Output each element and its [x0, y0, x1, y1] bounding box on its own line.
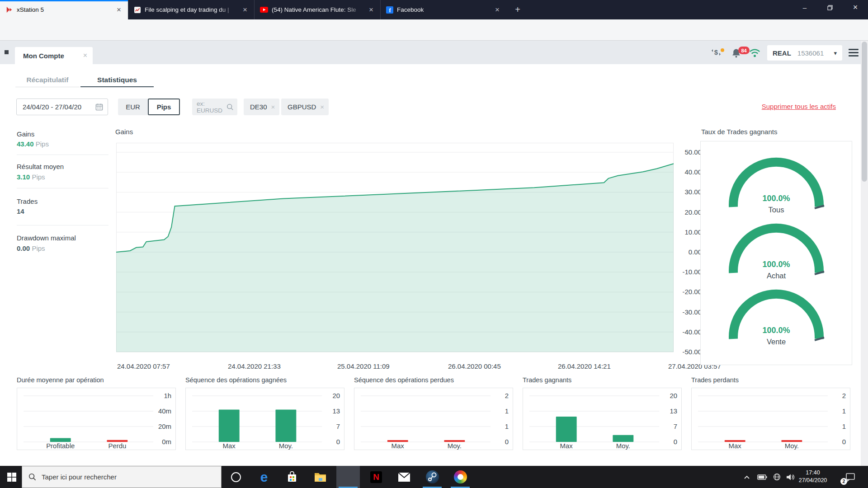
- tab-statistiques[interactable]: Statistiques: [80, 75, 154, 87]
- svg-text:-30.00: -30.00: [682, 308, 702, 316]
- svg-text:20: 20: [332, 392, 340, 399]
- window-close-button[interactable]: ×: [843, 0, 868, 15]
- toggle-pips[interactable]: Pips: [148, 99, 180, 115]
- tab-close-icon[interactable]: ×: [367, 5, 376, 14]
- steam-button[interactable]: [420, 466, 444, 488]
- chip-label: GBPUSD: [288, 103, 316, 111]
- svg-text:40.00: 40.00: [684, 168, 702, 176]
- steam-icon: [426, 470, 439, 483]
- browser-tab-youtube[interactable]: (54) Native American Flute: Sle ×: [254, 0, 380, 19]
- network-tray-icon[interactable]: [770, 466, 783, 488]
- gauge-tous: 100.0% Tous: [701, 154, 852, 220]
- xstation-favicon: [5, 6, 13, 14]
- scrollbar-thumb[interactable]: [862, 42, 867, 182]
- summary-value: 3.10 Pips: [17, 173, 45, 181]
- svg-text:24.04.2020 21:33: 24.04.2020 21:33: [228, 362, 281, 370]
- chart-favicon: [134, 6, 141, 14]
- chip-de30[interactable]: DE30×: [244, 99, 279, 115]
- tray-expand-button[interactable]: [741, 466, 753, 488]
- paint-button[interactable]: [448, 466, 472, 488]
- gains-chart-title: Gains: [115, 128, 133, 136]
- svg-text:Max: Max: [392, 442, 405, 450]
- edge-button[interactable]: e: [252, 466, 276, 488]
- cortana-button[interactable]: [224, 466, 248, 488]
- svg-text:13: 13: [332, 407, 340, 415]
- browser-tab-facebook[interactable]: f Facebook ×: [380, 0, 506, 19]
- svg-text:7: 7: [336, 422, 340, 430]
- store-button[interactable]: [280, 466, 304, 488]
- statistics-page: Récapitulatif Statistiques 24/04/20 - 27…: [0, 64, 868, 466]
- taskbar-search-placeholder: Taper ici pour rechercher: [42, 473, 117, 481]
- date-range-picker[interactable]: 24/04/20 - 27/04/20: [16, 99, 108, 115]
- connection-wifi-icon: [749, 47, 761, 60]
- chip-label: DE30: [250, 103, 267, 111]
- symbol-search-input[interactable]: ex: EURUSD: [192, 99, 237, 115]
- toggle-eur[interactable]: EUR: [118, 99, 148, 115]
- taskbar-clock[interactable]: 17:40 27/04/2020: [797, 469, 829, 484]
- svg-text:Profitable: Profitable: [46, 442, 75, 450]
- tab-drag-square: [5, 50, 9, 54]
- tab-close-icon[interactable]: ×: [114, 5, 123, 14]
- gauge-vente: 100.0% Vente: [701, 286, 852, 352]
- tab-close-icon[interactable]: ×: [241, 5, 250, 14]
- svg-text:-10.00: -10.00: [682, 268, 702, 276]
- new-tab-button[interactable]: +: [511, 4, 524, 16]
- clock-date: 27/04/2020: [797, 477, 829, 484]
- svg-text:Max: Max: [560, 442, 573, 450]
- mini-chart-plot: 201370MaxMoy.: [185, 388, 344, 450]
- winrate-gauges-card: 100.0% Tous 100.0% Achat 100.0% Vente: [700, 141, 852, 365]
- svg-text:20: 20: [670, 392, 677, 399]
- svg-text:Moy.: Moy.: [785, 442, 799, 450]
- firefox-button[interactable]: [336, 466, 360, 488]
- svg-text:Moy.: Moy.: [448, 442, 462, 450]
- battery-tray-icon[interactable]: [756, 466, 769, 488]
- cortana-icon: [231, 472, 241, 482]
- svg-text:Moy.: Moy.: [616, 442, 630, 450]
- action-center-button[interactable]: [843, 466, 858, 488]
- start-button[interactable]: [0, 466, 24, 488]
- svg-text:1: 1: [505, 422, 509, 430]
- tab-recapitulatif[interactable]: Récapitulatif: [15, 75, 80, 87]
- clock-time: 17:40: [797, 469, 829, 477]
- file-explorer-button[interactable]: [308, 466, 332, 488]
- netflix-button[interactable]: N: [364, 466, 388, 488]
- window-restore-button[interactable]: [817, 0, 843, 15]
- app-tab-mon-compte[interactable]: Mon Compte ×: [15, 47, 93, 64]
- window-minimize-button[interactable]: –: [792, 0, 817, 15]
- summary-label: Trades: [17, 197, 38, 205]
- svg-text:Max: Max: [223, 442, 236, 450]
- page-scrollbar[interactable]: [861, 41, 868, 466]
- windows-logo-icon: [7, 472, 17, 482]
- windows-taskbar: Taper ici pour rechercher e N: [0, 466, 868, 488]
- app-tab-close-icon[interactable]: ×: [83, 52, 87, 60]
- svg-text:26.04.2020 14:21: 26.04.2020 14:21: [558, 362, 611, 370]
- app-menu-icon[interactable]: [849, 49, 859, 59]
- chip-remove-icon[interactable]: ×: [320, 103, 324, 111]
- gauge-label: Tous: [701, 206, 852, 214]
- volume-tray-icon[interactable]: [784, 466, 797, 488]
- mail-icon: [398, 473, 410, 482]
- svg-text:0: 0: [842, 438, 846, 446]
- firefox-icon: [341, 470, 355, 484]
- chip-gbpusd[interactable]: GBPUSD×: [281, 99, 329, 115]
- mail-button[interactable]: [392, 466, 416, 488]
- account-number: 1536061: [797, 49, 834, 57]
- account-selector[interactable]: REAL 1536061 ▾: [767, 45, 842, 61]
- divider: [17, 155, 108, 155]
- remove-all-assets-link[interactable]: Supprimer tous les actifs: [762, 103, 836, 110]
- summary-value: 0.00 Pips: [17, 244, 45, 252]
- browser-tab-scalping[interactable]: File scalping et day trading du | ×: [128, 0, 254, 19]
- taskbar-search-box[interactable]: Taper ici pour rechercher: [22, 466, 222, 488]
- svg-text:50.00: 50.00: [684, 148, 702, 156]
- currency-toggle: EUR Pips: [118, 99, 180, 115]
- mini-chart-plot: 1h40m20m0mProfitablePerdu: [17, 388, 176, 450]
- youtube-favicon: [260, 7, 268, 13]
- summary-value: 14: [17, 207, 24, 215]
- mini-chart-plot: 2110MaxMoy.: [354, 388, 513, 450]
- action-center-badge: 2: [840, 478, 847, 485]
- netflix-icon: N: [370, 471, 382, 483]
- tab-close-icon[interactable]: ×: [493, 5, 502, 14]
- chip-remove-icon[interactable]: ×: [271, 103, 275, 111]
- browser-tab-xstation[interactable]: xStation 5 ×: [0, 0, 128, 19]
- svg-text:30.00: 30.00: [684, 188, 702, 196]
